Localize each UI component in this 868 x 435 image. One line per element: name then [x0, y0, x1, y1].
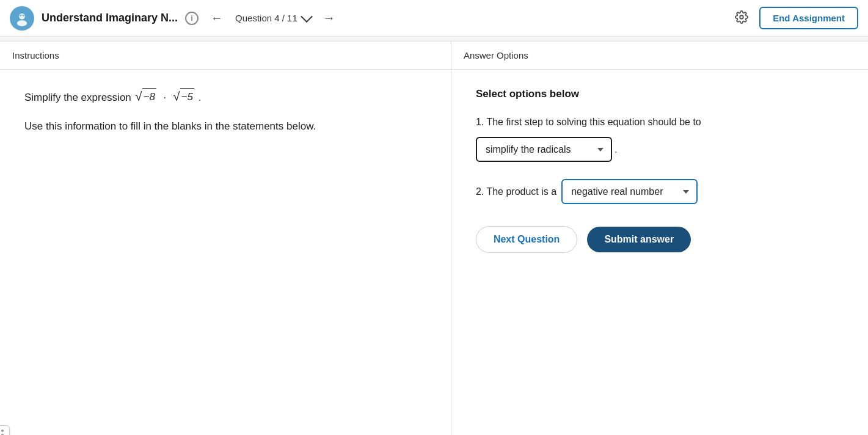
instructions-body: Simplify the expression √−8 · √−5 . Use …	[0, 70, 451, 435]
answer-options-body: Select options below 1. The first step t…	[451, 70, 868, 435]
end-assignment-button[interactable]: End Assignment	[759, 7, 858, 29]
svg-point-1	[17, 20, 27, 26]
prev-question-button[interactable]: ←	[206, 9, 228, 27]
question-2-select[interactable]: negative real number positive real numbe…	[561, 179, 698, 204]
question-1-select[interactable]: simplify the radicals multiply the radic…	[476, 137, 612, 162]
settings-button[interactable]	[731, 7, 752, 29]
select-options-heading: Select options below	[476, 88, 844, 100]
action-buttons-row: Next Question Submit answer	[476, 226, 844, 253]
question-1-label: 1. The first step to solving this equati…	[476, 115, 844, 130]
question-1-dropdown-container: simplify the radicals multiply the radic…	[476, 137, 612, 162]
content-area: Instructions Simplify the expression √−8…	[0, 42, 868, 435]
radical-2: √−5	[173, 88, 194, 105]
question-1-dropdown-wrapper: simplify the radicals multiply the radic…	[476, 137, 617, 162]
right-panel: Answer Options Select options below 1. T…	[451, 42, 868, 435]
question-1-period: .	[615, 144, 617, 155]
panel-resize-handle[interactable]	[0, 425, 10, 435]
question-2-dropdown-container: negative real number positive real numbe…	[561, 179, 698, 204]
svg-rect-4	[20, 14, 24, 15]
question-2-prefix: 2. The product is a	[476, 185, 556, 199]
drag-dots	[0, 430, 5, 435]
left-panel: Instructions Simplify the expression √−8…	[0, 42, 451, 435]
question-counter: Question 4 / 11	[235, 13, 297, 23]
info-icon[interactable]: i	[185, 12, 199, 25]
instruction-fill-blanks: Use this information to fill in the blan…	[24, 118, 426, 134]
svg-point-0	[19, 13, 25, 19]
question-nav: Question 4 / 11	[235, 13, 311, 23]
instructions-header: Instructions	[0, 42, 451, 70]
subheader-separator	[0, 37, 868, 42]
question-2: 2. The product is a negative real number…	[476, 179, 844, 204]
math-expression: √−8 · √−5	[134, 92, 199, 103]
header: Understand Imaginary N... i ← Question 4…	[0, 0, 868, 37]
svg-point-5	[740, 15, 743, 19]
submit-answer-button[interactable]: Submit answer	[587, 227, 691, 252]
question-2-row: 2. The product is a negative real number…	[476, 179, 844, 204]
next-question-nav-button[interactable]: →	[318, 9, 340, 27]
instruction-expression: Simplify the expression √−8 · √−5 .	[24, 88, 426, 106]
next-question-button[interactable]: Next Question	[476, 226, 577, 253]
question-dropdown-icon[interactable]	[301, 10, 313, 23]
page-title: Understand Imaginary N...	[42, 12, 178, 24]
radical-1: √−8	[136, 88, 156, 105]
question-1: 1. The first step to solving this equati…	[476, 115, 844, 162]
answer-options-header: Answer Options	[451, 42, 868, 70]
avatar	[10, 6, 34, 31]
